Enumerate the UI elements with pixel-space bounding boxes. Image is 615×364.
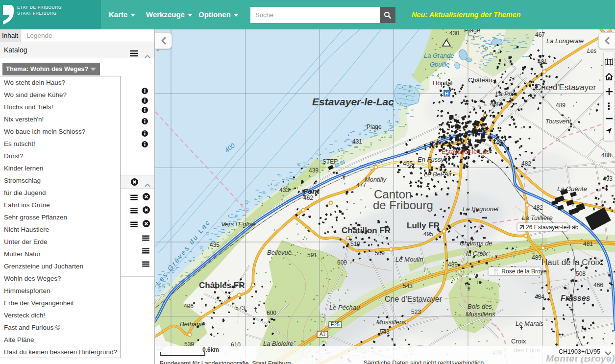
svg-text:467: 467: [535, 31, 545, 38]
svg-text:Châbles FR: Châbles FR: [199, 281, 245, 290]
svg-text:523: 523: [411, 309, 421, 315]
svg-text:E25: E25: [331, 322, 340, 327]
svg-text:482: 482: [533, 204, 543, 211]
svg-text:Bois des: Bois des: [467, 303, 492, 310]
svg-text:477: 477: [356, 182, 366, 189]
svg-text:508: 508: [576, 270, 586, 277]
svg-text:Le Bel-Air: Le Bel-Air: [424, 170, 452, 178]
svg-text:462: 462: [303, 194, 313, 201]
svg-text:A1: A1: [320, 332, 326, 337]
svg-text:Mussillens: Mussillens: [376, 318, 406, 326]
svg-text:481: 481: [583, 241, 593, 247]
svg-text:Bethanie: Bethanie: [180, 320, 205, 328]
svg-text:481: 481: [538, 58, 547, 65]
svg-text:Château: Château: [468, 76, 492, 84]
svg-text:La Prila: La Prila: [495, 90, 517, 97]
svg-text:Le Péchau: Le Péchau: [329, 304, 360, 311]
svg-text:🍴 Rose de la Broye: 🍴 Rose de la Broye: [492, 267, 547, 275]
svg-text:433: 433: [279, 187, 289, 194]
svg-text:543: 543: [403, 283, 413, 290]
svg-text:Châtillon FR: Châtillon FR: [342, 226, 391, 235]
svg-text:Les: Les: [587, 48, 596, 54]
svg-text:Plage: Plage: [367, 123, 382, 130]
svg-text:Frasses: Frasses: [561, 294, 590, 302]
svg-text:435: 435: [210, 242, 220, 248]
svg-text:489: 489: [448, 261, 458, 268]
svg-text:Montilly: Montilly: [365, 176, 387, 183]
svg-text:495: 495: [423, 231, 433, 238]
svg-text:Cne d'Estavayer: Cne d'Estavayer: [535, 83, 596, 92]
svg-text:484: 484: [535, 293, 544, 300]
svg-text:496: 496: [184, 303, 194, 310]
svg-text:Lully FR: Lully FR: [407, 221, 440, 230]
svg-text:Gouille: Gouille: [430, 61, 449, 68]
svg-text:Haut de la Croix: Haut de la Croix: [541, 258, 601, 267]
svg-text:Estavayer-le-Lac: Estavayer-le-Lac: [312, 96, 394, 107]
svg-text:Bellevue: Bellevue: [267, 249, 292, 256]
svg-text:Croix: Croix: [511, 338, 526, 345]
svg-text:591: 591: [307, 252, 317, 259]
svg-text:Champs de: Champs de: [460, 240, 492, 247]
svg-text:La Guérite: La Guérite: [557, 185, 587, 193]
svg-text:509: 509: [375, 250, 385, 257]
svg-text:600: 600: [267, 310, 276, 316]
svg-text:609: 609: [337, 259, 347, 266]
svg-text:Cne d'Estavayer: Cne d'Estavayer: [385, 295, 443, 303]
svg-text:Vers l'Eglise: Vers l'Eglise: [221, 220, 256, 228]
svg-text:Tousvent: Tousvent: [545, 118, 572, 125]
svg-text:468: 468: [490, 101, 500, 108]
svg-text:493: 493: [603, 175, 613, 182]
svg-text:En Fussy: En Fussy: [418, 156, 445, 163]
svg-text:Plage: Plage: [464, 29, 480, 34]
svg-text:Le Bugnonet: Le Bugnonet: [463, 205, 499, 213]
svg-text:La Longeraie: La Longeraie: [546, 37, 584, 45]
svg-text:la Croix: la Croix: [466, 250, 488, 257]
svg-text:26 Estavayer-le-Lac: 26 Estavayer-le-Lac: [526, 224, 578, 231]
svg-text:488: 488: [601, 152, 611, 159]
svg-text:La Tuillière: La Tuillière: [522, 214, 553, 221]
svg-text:La Grande: La Grande: [424, 52, 454, 59]
svg-text:de Fribourg: de Fribourg: [373, 198, 433, 212]
svg-text:Hôpital: Hôpital: [433, 79, 453, 87]
svg-text:Estavayer-le-Lac: Estavayer-le-Lac: [442, 148, 490, 155]
svg-text:467: 467: [496, 139, 506, 146]
svg-text:455: 455: [403, 160, 413, 167]
svg-text:466: 466: [593, 282, 603, 289]
svg-text:STEP: STEP: [322, 158, 338, 165]
svg-text:431: 431: [352, 138, 362, 145]
svg-text:573: 573: [235, 305, 245, 312]
svg-text:510: 510: [350, 241, 360, 247]
svg-text:439: 439: [309, 167, 319, 174]
svg-text:543: 543: [380, 328, 390, 335]
svg-text:Le Moulin: Le Moulin: [395, 256, 423, 263]
svg-text:489: 489: [556, 102, 566, 109]
svg-text:H: H: [445, 91, 449, 97]
svg-text:Le Marais: Le Marais: [516, 320, 544, 327]
svg-text:430: 430: [449, 30, 459, 37]
svg-text:489: 489: [532, 254, 541, 261]
svg-text:Mussillens: Mussillens: [466, 311, 495, 318]
svg-text:482: 482: [521, 160, 531, 167]
